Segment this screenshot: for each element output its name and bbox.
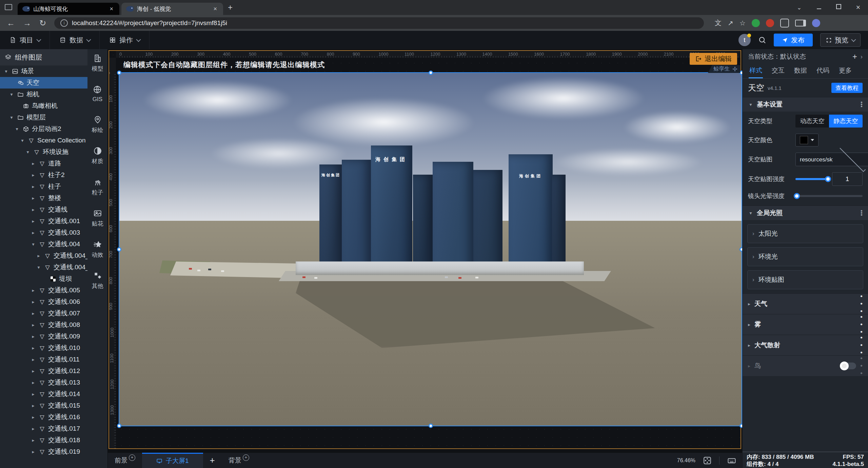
selected-component-tag[interactable]: 鲸孪生 <box>708 65 740 73</box>
sky-type-segmented[interactable]: 动态天空 静态天空 <box>795 115 863 128</box>
close-button[interactable]: × <box>848 3 868 12</box>
expand-arrow-icon[interactable]: ▸ <box>31 161 36 166</box>
expand-arrow-icon[interactable]: ▸ <box>31 357 36 362</box>
tree-item-模型层[interactable]: ▾模型层 <box>0 112 87 123</box>
tree-item-整楼[interactable]: ▸▽整楼 <box>0 192 87 204</box>
add-background-icon[interactable]: + <box>243 454 249 461</box>
panel-tab-交互[interactable]: 交互 <box>767 66 789 78</box>
tree-item-交通线.003[interactable]: ▸▽交通线.003 <box>0 227 87 238</box>
expand-arrow-icon[interactable]: ▸ <box>31 380 36 385</box>
sky-map-intensity-value[interactable]: 1 <box>832 172 863 186</box>
panel-tab-代码[interactable]: 代码 <box>812 66 834 78</box>
new-tab-button[interactable]: + <box>228 3 233 12</box>
slider-handle[interactable] <box>794 193 800 199</box>
tree-item-交通线.016[interactable]: ▸▽交通线.016 <box>0 411 87 423</box>
extension-red-icon[interactable] <box>766 19 774 27</box>
fit-view-icon[interactable] <box>703 456 712 465</box>
tree-item-交通线[interactable]: ▸▽交通线 <box>0 204 87 215</box>
menu-action[interactable]: 操作 <box>100 31 150 49</box>
category-粒子[interactable]: 粒子 <box>92 178 103 196</box>
section-menu-icon[interactable]: ••• <box>860 355 863 377</box>
panel-tab-数据[interactable]: 数据 <box>789 66 812 78</box>
expand-arrow-icon[interactable]: ▾ <box>9 92 14 97</box>
expand-arrow-icon[interactable]: ▸ <box>31 403 36 408</box>
expand-arrow-icon[interactable]: ▾ <box>14 126 20 132</box>
expand-arrow-icon[interactable]: ▸ <box>36 253 41 258</box>
section-menu-icon[interactable]: ••• <box>860 313 863 336</box>
tree-item-道路[interactable]: ▸▽道路 <box>0 158 87 169</box>
tree-item-交通线.010[interactable]: ▸▽交通线.010 <box>0 342 87 354</box>
expand-arrow-icon[interactable]: ▾ <box>31 241 36 247</box>
expand-arrow-icon[interactable]: ▸ <box>31 218 36 224</box>
exit-edit-button[interactable]: 退出编辑 <box>690 53 737 65</box>
expand-arrow-icon[interactable]: ▸ <box>31 414 36 420</box>
tree-item-交通线.019[interactable]: ▸▽交通线.019 <box>0 446 87 457</box>
tree-item-Scene Collection[interactable]: ▾▽Scene Collection <box>0 135 87 146</box>
background-tab[interactable]: 背景+ <box>222 453 256 468</box>
section-雾[interactable]: ▸ 雾••• <box>743 314 868 335</box>
expand-arrow-icon[interactable]: ▾ <box>3 69 9 74</box>
maximize-button[interactable] <box>829 4 848 11</box>
bookmark-star-icon[interactable]: ☆ <box>739 19 746 27</box>
preview-button[interactable]: 预览 <box>820 33 861 47</box>
gi-card-太阳光[interactable]: › 太阳光 <box>747 224 863 243</box>
sky-map-select[interactable]: resources/sky修改后.hdr <box>795 153 868 166</box>
gi-card-环境贴图[interactable]: › 环境贴图 <box>747 270 863 289</box>
sky-map-intensity-slider[interactable] <box>795 178 829 180</box>
section-menu-icon[interactable]: ••• <box>860 293 863 315</box>
expand-arrow-icon[interactable]: ▾ <box>25 149 31 155</box>
tree-item-交通线.011[interactable]: ▸▽交通线.011 <box>0 354 87 365</box>
slider-handle[interactable] <box>825 176 831 182</box>
tree-item-分层动画2[interactable]: ▾分层动画2 <box>0 123 87 135</box>
shortcut-keyboard-icon[interactable] <box>727 456 736 465</box>
screen-canvas[interactable]: 海创集团 海创集团 海创集团 <box>119 73 742 426</box>
expand-arrow-icon[interactable]: ▸ <box>31 334 36 339</box>
sub-screen-tab[interactable]: 子大屏1 <box>142 453 203 468</box>
tree-item-交通线.013[interactable]: ▸▽交通线.013 <box>0 377 87 388</box>
user-avatar[interactable]: t <box>738 34 751 46</box>
tree-item-交通线.012[interactable]: ▸▽交通线.012 <box>0 365 87 377</box>
expand-arrow-icon[interactable]: ▸ <box>31 345 36 351</box>
category-模型[interactable]: 模型 <box>92 54 103 73</box>
add-screen-button[interactable]: + <box>203 453 222 468</box>
category-贴花[interactable]: 贴花 <box>92 209 103 228</box>
foreground-tab[interactable]: 前景+ <box>108 453 142 468</box>
expand-arrow-icon[interactable]: ▾ <box>36 265 41 270</box>
category-其他[interactable]: 其他 <box>92 271 103 290</box>
extensions-puzzle-icon[interactable] <box>780 19 789 27</box>
tree-item-相机[interactable]: ▾相机 <box>0 89 87 100</box>
tree-item-交通线.004[interactable]: ▾▽交通线.004 <box>0 238 87 250</box>
expand-arrow-icon[interactable]: ▾ <box>9 115 14 120</box>
browser-tab-1[interactable]: 山海鲸可视化 × <box>18 3 119 15</box>
tree-item-交通线.009[interactable]: ▸▽交通线.009 <box>0 331 87 342</box>
section-大气散射[interactable]: ▸ 大气散射••• <box>743 335 868 355</box>
menu-data[interactable]: 数据 <box>50 31 100 49</box>
expand-arrow-icon[interactable]: ▸ <box>31 449 36 454</box>
search-icon[interactable] <box>758 36 766 44</box>
browser-tab-2[interactable]: 海创 - 低视觉 × <box>121 3 223 15</box>
tree-item-交通线.001[interactable]: ▸▽交通线.001 <box>0 215 87 227</box>
extension-green-icon[interactable] <box>752 19 760 27</box>
section-menu-icon[interactable]: ••• <box>861 210 863 216</box>
expand-arrow-icon[interactable]: ▸ <box>31 322 36 328</box>
add-state-icon[interactable]: + <box>852 52 857 61</box>
site-info-icon[interactable]: i <box>60 19 68 27</box>
sky-type-dynamic[interactable]: 动态天空 <box>795 115 829 128</box>
tree-item-交通线.004_primit...[interactable]: ▸▽交通线.004_primit... <box>0 250 87 261</box>
tree-item-交通线.005[interactable]: ▸▽交通线.005 <box>0 285 87 296</box>
gi-card-环境光[interactable]: › 环境光 <box>747 247 863 266</box>
reload-icon[interactable]: ↻ <box>39 18 46 28</box>
expand-arrow-icon[interactable]: ▸ <box>31 299 36 305</box>
tab-close-icon[interactable]: × <box>108 5 115 13</box>
section-menu-icon[interactable]: ••• <box>861 101 863 108</box>
url-field[interactable]: i localhost:42224/#/project/layer?projec… <box>54 17 704 29</box>
tree-item-交通线.017[interactable]: ▸▽交通线.017 <box>0 423 87 434</box>
zoom-level[interactable]: 76.46% <box>677 457 695 464</box>
back-icon[interactable]: ← <box>7 18 15 28</box>
tree-item-环境设施[interactable]: ▾▽环境设施 <box>0 146 87 158</box>
tab-search-icon[interactable]: ⌄ <box>789 4 809 11</box>
translate-icon[interactable]: 文 <box>715 18 722 27</box>
tree-item-交通线.015[interactable]: ▸▽交通线.015 <box>0 400 87 411</box>
section-鸟[interactable]: ▸ 鸟••• <box>743 355 868 376</box>
category-材质[interactable]: 材质 <box>92 147 103 165</box>
